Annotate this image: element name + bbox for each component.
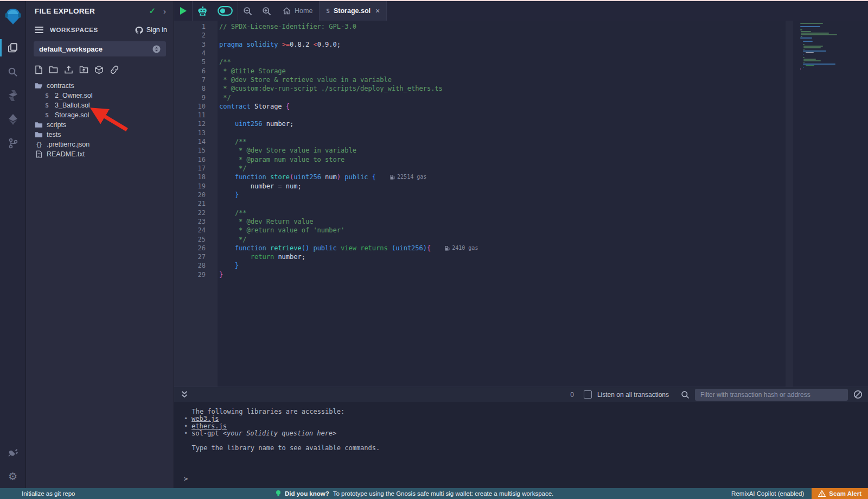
gas-pump-icon	[390, 174, 395, 180]
tree-item-contracts[interactable]: contracts	[26, 81, 174, 91]
tab-close-icon[interactable]: ×	[375, 7, 380, 15]
code-line: pragma solidity >=0.8.2 <0.9.0;	[219, 40, 868, 49]
upload-folder-icon[interactable]	[79, 66, 88, 74]
transaction-count: 0	[570, 391, 574, 399]
tab-storage-sol[interactable]: S Storage.sol ×	[320, 1, 386, 21]
code-line: contract Storage {	[219, 102, 868, 111]
file-explorer-header: FILE EXPLORER ✓ ›	[26, 1, 174, 21]
text-file-icon	[36, 150, 42, 158]
github-sign-in-button[interactable]: Sign in	[135, 26, 167, 34]
workspace-menu-icon[interactable]	[35, 25, 43, 35]
new-file-icon[interactable]	[35, 65, 43, 74]
terminal[interactable]: The following libraries are accessible:•…	[174, 402, 868, 488]
panel-collapse-chevron-icon[interactable]: ›	[163, 7, 166, 16]
ai-copilot-button[interactable]	[193, 1, 213, 21]
code-line: * @dev Store & retrieve value in a varia…	[219, 75, 868, 84]
copilot-toggle[interactable]	[213, 1, 238, 21]
line-number: 1	[174, 22, 206, 31]
solidity-file-icon: S	[45, 112, 49, 119]
code-line: /**	[219, 58, 868, 66]
file-explorer-icon	[8, 42, 18, 53]
git-init-button[interactable]: Initialize as git repo	[22, 490, 75, 497]
run-script-button[interactable]	[174, 1, 192, 21]
search-icon	[8, 67, 18, 77]
line-number: 29	[174, 270, 206, 279]
terminal-line: •ethers.js	[184, 423, 868, 430]
terminal-search-icon[interactable]	[681, 390, 690, 399]
editor-tabbar: Home S Storage.sol ×	[174, 1, 868, 21]
tree-item-readme-txt[interactable]: README.txt	[26, 149, 174, 159]
link-icon[interactable]	[110, 65, 119, 74]
terminal-header: 0 Listen on all transactions	[174, 387, 868, 402]
sidebar-item-settings[interactable]: ⚙	[0, 464, 26, 488]
activity-bar: ⚙	[0, 1, 26, 488]
workspace-dropdown-icon	[152, 45, 161, 53]
line-number: 24	[174, 226, 206, 235]
line-number: 22	[174, 209, 206, 217]
terminal-link[interactable]: ethers.js	[192, 422, 227, 430]
line-number: 8	[174, 84, 206, 93]
zoom-in-button[interactable]	[257, 1, 276, 21]
tree-item--prettierrc-json[interactable]: {}.prettierrc.json	[26, 140, 174, 149]
remix-logo-icon	[4, 8, 22, 27]
tree-item-label: scripts	[47, 121, 66, 129]
zoom-out-button[interactable]	[238, 1, 257, 21]
upload-file-icon[interactable]	[64, 65, 73, 74]
terminal-collapse-icon[interactable]	[181, 390, 188, 399]
tab-home[interactable]: Home	[276, 1, 319, 21]
line-number: 14	[174, 137, 206, 146]
line-number: 28	[174, 261, 206, 270]
load-cube-icon[interactable]	[94, 65, 104, 74]
remix-logo[interactable]	[0, 2, 26, 33]
scam-alert-button[interactable]: Scam Alert	[812, 488, 868, 499]
tree-item-label: README.txt	[47, 150, 85, 158]
git-branch-icon	[8, 138, 18, 149]
compile-success-check-icon[interactable]: ✓	[149, 6, 156, 16]
json-file-icon: {}	[36, 141, 42, 148]
sign-in-label: Sign in	[146, 26, 167, 34]
transaction-filter-input[interactable]	[695, 389, 848, 401]
tree-item-2-owner-sol[interactable]: S2_Owner.sol	[26, 91, 174, 100]
remix-ide-window: ⚙ FILE EXPLORER ✓ › WORKSPACES Sign in d…	[0, 0, 868, 499]
tree-item-storage-sol[interactable]: SStorage.sol	[26, 110, 174, 120]
new-folder-icon[interactable]	[49, 66, 58, 74]
gutter: 1234567891011121314151617181920212223242…	[174, 21, 218, 387]
tree-item-scripts[interactable]: scripts	[26, 120, 174, 130]
editor-scrollbar[interactable]	[786, 21, 793, 387]
line-number: 16	[174, 155, 206, 164]
code-line	[219, 111, 868, 119]
code-line: /**	[219, 209, 868, 217]
tree-item-tests[interactable]: tests	[26, 130, 174, 140]
line-number: 12	[174, 119, 206, 128]
sidebar-item-deploy-run[interactable]	[0, 108, 26, 131]
tab-label: Storage.sol	[334, 7, 371, 15]
github-icon	[135, 26, 144, 34]
toggle-icon	[218, 6, 233, 16]
sidebar-item-plugin-manager[interactable]	[0, 440, 26, 464]
listen-all-checkbox[interactable]	[584, 390, 592, 399]
line-number: 21	[174, 199, 206, 208]
gas-estimate-badge: 2410 gas	[445, 244, 478, 252]
code-editor[interactable]: 1234567891011121314151617181920212223242…	[174, 21, 868, 387]
sidebar-item-solidity-compiler[interactable]	[0, 84, 26, 108]
code-line: number = num;	[219, 182, 868, 191]
copilot-status[interactable]: RemixAI Copilot (enabled)	[731, 490, 804, 497]
gas-estimate-badge: 22514 gas	[390, 173, 426, 181]
sidebar-item-file-explorer[interactable]	[0, 36, 26, 60]
sidebar-item-search[interactable]	[0, 60, 26, 84]
minimap[interactable]	[800, 23, 860, 70]
terminal-link[interactable]: web3.js	[192, 415, 219, 422]
workspace-select[interactable]: default_workspace	[34, 41, 166, 56]
line-number: 26	[174, 244, 206, 252]
code-line: // SPDX-License-Identifier: GPL-3.0	[219, 22, 868, 31]
status-bar-right: RemixAI Copilot (enabled) Scam Alert	[731, 488, 868, 499]
panel-title: FILE EXPLORER	[35, 7, 149, 15]
terminal-prompt[interactable]: >	[184, 476, 188, 483]
zoom-in-icon	[262, 7, 271, 16]
tip-label: Did you know?	[285, 490, 329, 497]
file-toolbar	[26, 56, 174, 79]
sidebar-item-git[interactable]	[0, 131, 26, 155]
tree-item-3-ballot-sol[interactable]: S3_Ballot.sol	[26, 100, 174, 110]
clear-console-icon[interactable]	[853, 390, 863, 399]
terminal-line: Type the library name to see available c…	[184, 445, 868, 452]
